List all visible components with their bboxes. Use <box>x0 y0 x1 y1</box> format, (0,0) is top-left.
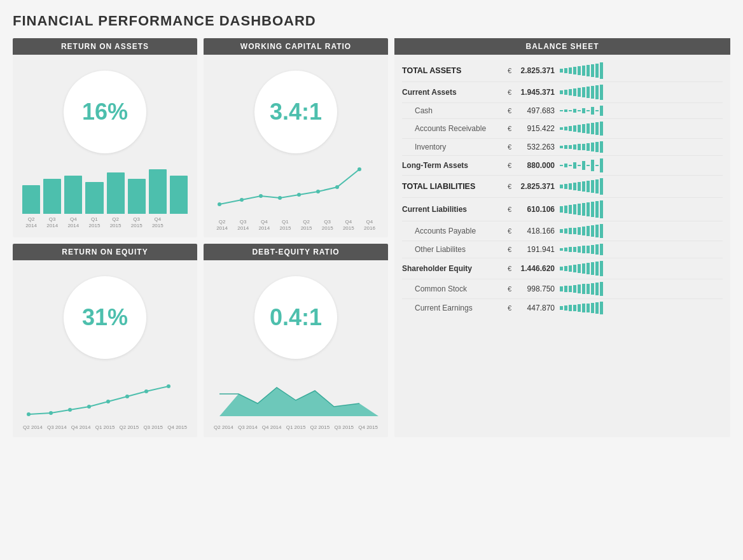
bs-bar-group <box>560 282 723 296</box>
chart-label: Q3 2015 <box>128 216 146 228</box>
bar <box>149 169 167 214</box>
mini-bar <box>600 200 603 218</box>
chart-label: Q4 2014 <box>255 219 273 231</box>
mini-bar <box>600 282 603 296</box>
mini-bar <box>582 304 585 312</box>
chart-label: Q4 2015 <box>340 219 358 231</box>
roa-header: RETURN ON ASSETS <box>13 38 197 55</box>
mini-bar <box>564 90 567 95</box>
page-title: FINANCIAL PERFORMANCE DASHBOARD <box>13 13 730 29</box>
mini-bar <box>587 202 590 216</box>
mini-bar <box>573 228 576 234</box>
mini-bar <box>578 227 581 235</box>
bs-value: 532.263 <box>515 143 560 151</box>
mini-bar-dashed <box>587 110 590 111</box>
bs-bar-group <box>560 261 723 276</box>
roe-card: RETURN ON EQUITY 31% Q2 2014Q3 2014Q <box>13 244 197 437</box>
bs-label: Accounts Payable <box>402 227 504 235</box>
mini-bar <box>578 264 581 273</box>
wcr-line-chart <box>210 163 382 216</box>
mini-bar <box>569 247 572 252</box>
roa-gauge: 16% <box>64 71 146 153</box>
mini-bar <box>587 123 590 134</box>
svg-point-6 <box>335 185 339 189</box>
svg-point-9 <box>49 411 53 415</box>
mini-bar <box>573 67 576 74</box>
chart-label: Q2 2014 <box>22 216 40 228</box>
balance-sheet-card: BALANCE SHEET TOTAL ASSETS € 2.825.371 C… <box>394 38 730 437</box>
der-value: 0.4:1 <box>270 304 322 331</box>
chart-label: Q4 2014 <box>71 424 92 431</box>
balance-sheet-row: TOTAL ASSETS € 2.825.371 <box>402 60 723 82</box>
bs-label: Shareholder Equity <box>402 264 504 273</box>
svg-point-7 <box>358 167 361 171</box>
svg-point-14 <box>144 389 148 393</box>
bs-value: 880.000 <box>515 161 560 170</box>
chart-label: Q3 2014 <box>43 216 61 228</box>
chart-label: Q2 2015 <box>107 216 125 228</box>
chart-label: Q4 2015 <box>167 424 188 431</box>
mini-bar <box>560 206 563 213</box>
bs-value: 998.750 <box>515 284 560 293</box>
balance-sheet-row: TOTAL LIABILITIES € 2.825.371 <box>402 176 723 198</box>
mini-bar <box>564 266 567 271</box>
mini-bar <box>600 224 603 238</box>
chart-label: Q1 2015 <box>95 424 116 431</box>
der-gauge: 0.4:1 <box>254 276 337 359</box>
bs-label: Current Assets <box>402 88 504 97</box>
dashboard: RETURN ON ASSETS 16% Q2 2014Q3 2014Q4 20… <box>13 38 730 437</box>
chart-label: Q2 2015 <box>298 219 316 231</box>
mini-bar <box>582 124 585 133</box>
mini-bar <box>591 283 594 295</box>
mini-bar <box>564 68 567 73</box>
mini-bar <box>591 303 594 313</box>
mini-bar <box>587 284 590 294</box>
mini-bar <box>569 67 572 74</box>
mini-bar <box>587 226 590 236</box>
chart-label: Q2 2014 <box>22 424 43 431</box>
mini-bar <box>573 183 576 190</box>
mini-bar <box>595 225 599 237</box>
svg-point-15 <box>167 384 170 388</box>
mini-bar <box>582 144 585 150</box>
bs-value: 497.683 <box>515 106 560 115</box>
chart-label: Q3 2015 <box>142 424 163 431</box>
mini-bar <box>569 205 572 214</box>
chart-label: Q3 2015 <box>333 424 354 431</box>
mini-bar <box>582 66 585 76</box>
mini-bar <box>595 142 599 152</box>
bs-euro: € <box>504 183 515 190</box>
bs-bar-group <box>560 106 723 116</box>
mini-bar <box>578 125 581 132</box>
mini-bar <box>560 185 563 188</box>
roa-value: 16% <box>82 99 128 125</box>
bs-euro: € <box>504 107 515 115</box>
bs-label: Current Earnings <box>402 304 504 312</box>
mini-bar <box>587 304 590 312</box>
bs-label: Current Liabilities <box>402 205 504 214</box>
bs-bar-group <box>560 122 723 136</box>
bs-label: Accounts Receivable <box>402 124 504 133</box>
chart-label: Q2 2014 <box>213 219 231 231</box>
roe-labels: Q2 2014Q3 2014Q4 2014Q1 2015Q2 2015Q3 20… <box>19 424 191 431</box>
balance-sheet-row: Accounts Payable € 418.166 <box>402 221 723 241</box>
roe-value: 31% <box>82 304 128 331</box>
bs-value: 915.422 <box>515 124 560 133</box>
mini-bar <box>573 204 576 214</box>
mini-bar <box>569 89 572 95</box>
balance-sheet-body: TOTAL ASSETS € 2.825.371 Current Assets … <box>394 55 730 322</box>
mini-bar <box>564 206 567 213</box>
mini-bar <box>591 262 594 275</box>
bar <box>107 172 125 214</box>
chart-label: Q3 2015 <box>319 219 337 231</box>
mini-bar <box>573 305 576 311</box>
mini-bar <box>600 122 603 136</box>
mini-bar <box>582 227 585 235</box>
bs-bar-group <box>560 178 723 195</box>
mini-bar <box>582 284 585 294</box>
mini-bar <box>578 304 581 312</box>
bs-value: 610.106 <box>515 205 560 214</box>
bs-euro: € <box>504 285 515 293</box>
mini-bar <box>591 180 594 193</box>
mini-bar <box>560 286 563 291</box>
